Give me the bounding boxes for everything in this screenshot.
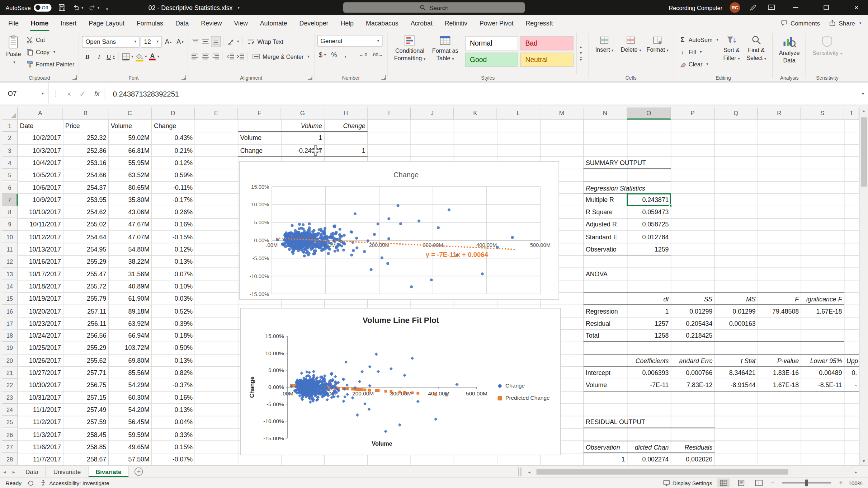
bold-button[interactable]: B (82, 51, 93, 62)
macro-record-icon[interactable] (28, 480, 33, 485)
cell-D20[interactable]: 0.13% (152, 354, 195, 366)
cell-D27[interactable]: 0.15% (152, 441, 195, 453)
cell-D10[interactable]: -0.15% (152, 231, 195, 243)
cancel-button[interactable]: × (62, 89, 76, 98)
cell-B14[interactable]: 255.72 (63, 280, 109, 292)
cell-O8[interactable]: 0.059473 (627, 206, 671, 218)
ribbon-display-options-icon[interactable] (766, 2, 777, 13)
column-header-O[interactable]: O (627, 107, 671, 119)
cell-H3[interactable]: 1 (324, 144, 367, 156)
column-header-N[interactable]: N (584, 107, 627, 119)
row-header-23[interactable]: 23 (2, 391, 18, 404)
cell-C6[interactable]: 80.65M (109, 181, 152, 193)
cell-C19[interactable]: 103.72M (109, 342, 152, 354)
cell-N25[interactable]: RESIDUAL OUTPUT (584, 416, 627, 428)
cell-C9[interactable]: 47.67M (109, 219, 152, 231)
ribbon-tab-file[interactable]: File (2, 15, 25, 31)
cell-A20[interactable]: 10/26/2017 (18, 354, 63, 366)
row-header-14[interactable]: 14 (2, 280, 18, 292)
cell-O17[interactable]: 1257 (627, 317, 671, 329)
cell-P16[interactable]: 0.01299 (671, 305, 715, 317)
column-header-P[interactable]: P (671, 107, 715, 119)
cell-B22[interactable]: 256.75 (63, 379, 109, 391)
ribbon-tab-automate[interactable]: Automate (254, 15, 293, 31)
cell-B7[interactable]: 253.95 (63, 194, 109, 206)
decrease-decimal-button[interactable]: .00→ (370, 52, 385, 57)
wrap-text-button[interactable]: Wrap Text (246, 36, 285, 47)
cell-C16[interactable]: 89.18M (109, 305, 152, 317)
cell-C10[interactable]: 47.07M (109, 231, 152, 243)
column-header-L[interactable]: L (497, 107, 540, 119)
row-header-6[interactable]: 6 (2, 181, 18, 193)
cell-C27[interactable]: 49.65M (109, 441, 152, 453)
paste-button[interactable]: Paste (3, 33, 24, 74)
cell-O16[interactable]: 1 (627, 305, 671, 317)
cell-B2[interactable]: 252.32 (63, 132, 109, 144)
cell-A12[interactable]: 10/16/2017 (18, 255, 63, 268)
cell-C5[interactable]: 63.52M (109, 169, 152, 181)
row-header-2[interactable]: 2 (2, 132, 18, 144)
row-header-25[interactable]: 25 (2, 416, 18, 428)
cell-B16[interactable]: 257.11 (63, 305, 109, 317)
cell-D1[interactable]: Change (152, 119, 195, 132)
cell-S15[interactable]: ignificance F (801, 292, 844, 305)
row-header-9[interactable]: 9 (2, 219, 18, 231)
cell-B11[interactable]: 254.95 (63, 243, 109, 255)
cell-Q21[interactable]: 8.346421 (715, 367, 758, 379)
gallery-more-icon[interactable] (580, 57, 582, 61)
sheet-nav-right-icon[interactable] (9, 466, 19, 477)
undo-button[interactable] (72, 2, 83, 13)
ribbon-tab-view[interactable]: View (228, 15, 254, 31)
display-settings-button[interactable]: Display Settings (663, 480, 712, 487)
row-header-5[interactable]: 5 (2, 169, 18, 181)
ribbon-tab-macabacus[interactable]: Macabacus (360, 15, 405, 31)
cell-C12[interactable]: 38.22M (109, 255, 152, 268)
cell-O10[interactable]: 0.012784 (627, 231, 671, 243)
cell-P27[interactable]: Residuals (671, 441, 715, 453)
cell-D6[interactable]: -0.11% (152, 181, 195, 193)
cell-A13[interactable]: 10/17/2017 (18, 268, 63, 280)
font-name-select[interactable]: Open Sans▾ (82, 36, 140, 47)
name-box[interactable]: O7 ▾ (0, 83, 49, 105)
align-middle-button[interactable] (201, 36, 210, 47)
cell-N16[interactable]: Regression (584, 305, 627, 317)
cell-Q18[interactable] (715, 329, 758, 342)
save-button[interactable] (56, 2, 67, 13)
redo-button[interactable] (88, 2, 99, 13)
row-header-12[interactable]: 12 (2, 255, 18, 268)
cell-B12[interactable]: 255.29 (63, 255, 109, 268)
cell-B20[interactable]: 255.62 (63, 354, 109, 366)
cell-B9[interactable]: 255.02 (63, 219, 109, 231)
ribbon-tab-review[interactable]: Review (195, 15, 228, 31)
grow-font-button[interactable]: A (163, 36, 173, 47)
row-header-27[interactable]: 27 (2, 441, 18, 453)
cell-B27[interactable]: 258.85 (63, 441, 109, 453)
cell-B4[interactable]: 253.16 (63, 157, 109, 169)
dialog-launcher-icon[interactable] (182, 75, 186, 80)
cell-B18[interactable]: 256.56 (63, 329, 109, 342)
zoom-out-button[interactable]: − (771, 480, 775, 487)
cell-P18[interactable]: 0.218425 (671, 329, 715, 342)
number-format-select[interactable]: General▾ (317, 35, 382, 46)
ribbon-tab-acrobat[interactable]: Acrobat (405, 15, 439, 31)
sensitivity-button[interactable]: Sensitivity (809, 33, 846, 74)
cell-C15[interactable]: 61.90M (109, 292, 152, 305)
cell-C1[interactable]: Volume (109, 119, 152, 132)
zoom-in-button[interactable]: + (839, 480, 843, 487)
cell-D24[interactable]: 0.13% (152, 404, 195, 416)
dialog-launcher-icon[interactable] (308, 75, 312, 80)
cell-A15[interactable]: 10/19/2017 (18, 292, 63, 305)
cell-N6[interactable]: Regression Statistics (584, 181, 627, 193)
align-center-button[interactable] (201, 51, 210, 62)
row-header-8[interactable]: 8 (2, 206, 18, 218)
cell-R15[interactable]: F (758, 292, 801, 305)
cell-S21[interactable]: 0.00489 (801, 367, 844, 379)
cell-D9[interactable]: 0.16% (152, 219, 195, 231)
row-header-3[interactable]: 3 (2, 144, 18, 156)
cell-O15[interactable]: df (627, 292, 671, 305)
cell-Q16[interactable]: 0.01299 (715, 305, 758, 317)
row-header-17[interactable]: 17 (2, 317, 18, 329)
cell-C23[interactable]: 60.30M (109, 391, 152, 404)
cell-N21[interactable]: Intercept (584, 367, 627, 379)
cell-D7[interactable]: -0.17% (152, 194, 195, 206)
